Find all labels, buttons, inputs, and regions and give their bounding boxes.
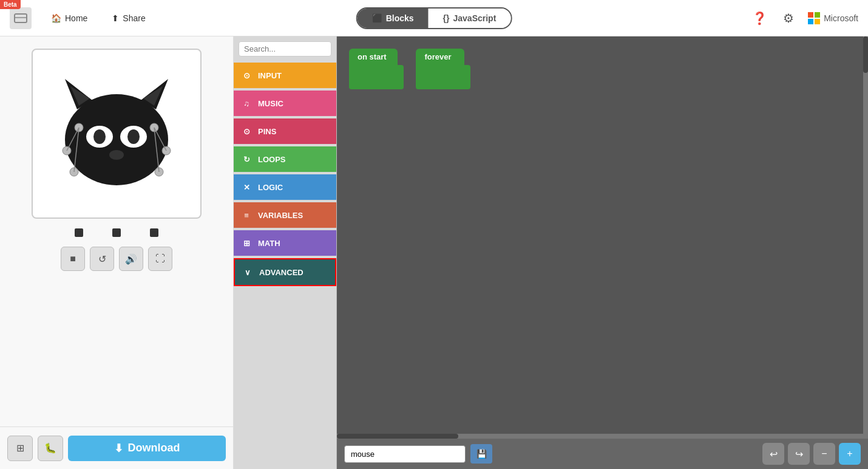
logic-icon: ✕: [240, 180, 253, 194]
zoom-in-button[interactable]: +: [839, 443, 861, 465]
settings-button[interactable]: ⚙: [779, 9, 798, 28]
horizontal-scrollbar-thumb[interactable]: [337, 434, 458, 439]
microsoft-logo-icon: [808, 12, 820, 24]
sound-button[interactable]: 🔊: [119, 247, 143, 271]
svg-point-2: [65, 94, 168, 185]
category-advanced[interactable]: ∨ ADVANCED: [234, 258, 336, 286]
category-loops[interactable]: ↻ LOOPS: [234, 146, 336, 172]
logic-label: LOGIC: [258, 183, 283, 192]
blocks-canvas: on start forever: [337, 36, 868, 439]
project-name-input[interactable]: [344, 445, 466, 463]
search-input[interactable]: [244, 44, 346, 53]
advanced-label: ADVANCED: [259, 268, 303, 277]
svg-point-9: [93, 129, 106, 144]
gear-icon: ⚙: [783, 11, 794, 26]
javascript-tab[interactable]: {} JavaScript: [429, 9, 511, 28]
pins-label: PINS: [258, 127, 276, 136]
save-button[interactable]: 💾: [470, 444, 492, 464]
redo-button[interactable]: ↪: [788, 443, 810, 465]
math-icon: ⊞: [240, 236, 253, 250]
svg-rect-0: [15, 14, 27, 22]
music-label: MUSIC: [258, 99, 283, 108]
loops-label: LOOPS: [258, 155, 286, 164]
sim-controls: ■ ↺ 🔊 ⛶: [61, 247, 172, 271]
share-label: Share: [123, 13, 145, 23]
workspace: on start forever 💾 ↩: [337, 36, 868, 469]
category-pins[interactable]: ⊙ PINS: [234, 118, 336, 144]
vertical-scrollbar[interactable]: [863, 36, 868, 439]
simulator-device: [32, 49, 202, 219]
header-left: 🏠 Home ⬆ Share: [10, 7, 151, 29]
home-icon: 🏠: [51, 13, 61, 23]
workspace-bottom-bar: 💾 ↩ ↪ − +: [337, 439, 868, 469]
zoom-out-icon: −: [821, 448, 827, 459]
pins-icon: ⊙: [240, 125, 253, 138]
category-music[interactable]: ♫ MUSIC: [234, 91, 336, 116]
microsoft-label: Microsoft: [824, 13, 858, 23]
header-right: ❓ ⚙ Microsoft: [750, 9, 858, 28]
led-dot-2: [112, 228, 121, 237]
svg-point-10: [127, 129, 140, 144]
pair-icon: ⊞: [16, 442, 24, 454]
vertical-scrollbar-thumb[interactable]: [863, 36, 868, 73]
forever-header: forever: [416, 49, 464, 65]
js-icon: {}: [443, 13, 450, 23]
horizontal-scrollbar[interactable]: [337, 434, 863, 439]
category-variables[interactable]: ≡ VARIABLES: [234, 202, 336, 228]
share-button[interactable]: ⬆ Share: [107, 11, 150, 26]
led-dot-3: [150, 228, 158, 237]
category-input[interactable]: ⊙ INPUT: [234, 63, 336, 88]
fullscreen-button[interactable]: ⛶: [148, 247, 172, 271]
redo-icon: ↪: [795, 448, 803, 460]
input-icon: ⊙: [240, 69, 253, 82]
workspace-controls: ↩ ↪ − +: [762, 443, 861, 465]
bug-icon: 🐛: [44, 442, 56, 454]
led-dot-1: [75, 228, 83, 237]
zoom-in-icon: +: [847, 448, 852, 459]
zoom-out-button[interactable]: −: [813, 443, 835, 465]
save-icon: 💾: [476, 449, 487, 459]
undo-icon: ↩: [770, 448, 778, 460]
beta-badge: Beta: [0, 0, 21, 9]
sim-bottom-bar: ⊞ 🐛 ⬇ Download: [0, 426, 233, 469]
mode-toggle: ⬛ Blocks {} JavaScript: [356, 7, 512, 29]
variables-label: VARIABLES: [258, 211, 303, 220]
header: Beta 🏠 Home ⬆ Share ⬛ Blocks {} JavaScri…: [0, 0, 868, 36]
search-box: 🔍: [239, 41, 331, 56]
blocks-icon: ⬛: [372, 13, 382, 23]
category-math[interactable]: ⊞ MATH: [234, 230, 336, 256]
download-button[interactable]: ⬇ Download: [68, 436, 226, 461]
bug-button[interactable]: 🐛: [38, 436, 63, 461]
on-start-block[interactable]: on start: [349, 49, 404, 89]
simulator-panel: ■ ↺ 🔊 ⛶ ⊞ 🐛 ⬇ Download: [0, 36, 234, 469]
cat-mascot: [44, 61, 189, 207]
loops-icon: ↻: [240, 152, 253, 166]
advanced-chevron-icon: ∨: [241, 265, 254, 279]
logo-icon: [10, 7, 32, 29]
main-content: ■ ↺ 🔊 ⛶ ⊞ 🐛 ⬇ Download 🔍 ⊙: [0, 36, 868, 469]
category-logic[interactable]: ✕ LOGIC: [234, 174, 336, 200]
toggle-group: ⬛ Blocks {} JavaScript: [356, 7, 512, 29]
stop-button[interactable]: ■: [61, 247, 85, 271]
javascript-label: JavaScript: [453, 13, 497, 23]
help-icon: ❓: [752, 11, 767, 26]
blocks-tab[interactable]: ⬛ Blocks: [358, 9, 429, 28]
variables-icon: ≡: [240, 208, 253, 222]
on-start-header: on start: [349, 49, 398, 65]
sim-led-dots: [75, 228, 158, 237]
input-label: INPUT: [258, 71, 282, 80]
share-icon: ⬆: [112, 13, 119, 23]
math-label: MATH: [258, 239, 280, 248]
forever-block[interactable]: forever: [416, 49, 470, 89]
music-icon: ♫: [240, 97, 253, 110]
help-button[interactable]: ❓: [750, 9, 769, 28]
pair-button[interactable]: ⊞: [7, 436, 33, 461]
home-button[interactable]: 🏠 Home: [46, 11, 92, 26]
undo-button[interactable]: ↩: [762, 443, 784, 465]
download-icon: ⬇: [114, 442, 123, 455]
home-label: Home: [65, 13, 87, 23]
restart-button[interactable]: ↺: [90, 247, 114, 271]
blocks-label: Blocks: [386, 13, 414, 23]
on-start-body: [349, 65, 404, 89]
svg-point-11: [109, 150, 124, 160]
